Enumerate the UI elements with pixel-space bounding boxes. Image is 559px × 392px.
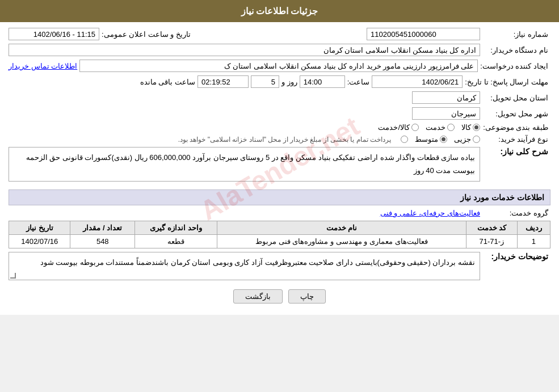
type-radio-group: کالا خدمت کالا/خدمت (378, 123, 480, 132)
process-note: پرداخت تمام یا بخشی از مبلغ خریدار از مح… (178, 136, 391, 144)
row-process: نوع فرآیند خرید: جزیی متوسط پردا (9, 135, 550, 144)
col-header-code: کد خدمت (466, 221, 517, 234)
process-radio-jozee[interactable]: جزیی (454, 135, 480, 144)
back-button[interactable]: بازگشت (233, 289, 283, 304)
process-radio-jozee-label: جزیی (454, 135, 471, 144)
province-label: استان محل تحویل: (482, 94, 550, 102)
print-button[interactable]: چاپ (288, 289, 326, 304)
type-label: طبقه بندی موضوعی: (482, 123, 550, 132)
services-table: ردیف کد خدمت نام خدمت واحد اندازه گیری ت… (9, 221, 550, 248)
row-province: استان محل تحویل: کرمان (9, 91, 550, 104)
buyer-org-label: نام دستگاه خریدار: (482, 46, 550, 54)
deadline-days-field: 5 (251, 75, 279, 88)
services-section-title: اطلاعات خدمات مورد نیاز (9, 189, 550, 205)
row-service-group: گروه خدمت: فعالیت‌های حرفه‌ای، علمی و فن… (9, 209, 550, 217)
announce-label: تاریخ و ساعت اعلان عمومی: (102, 30, 193, 39)
process-radio-motavaset-circle (440, 136, 447, 143)
page-header: جزئیات اطلاعات نیاز (0, 0, 559, 22)
process-radio-group: جزیی متوسط (399, 135, 480, 144)
city-label: شهر محل تحویل: (482, 109, 550, 118)
service-group-value[interactable]: فعالیت‌های حرفه‌ای، علمی و فنی (380, 209, 480, 217)
deadline-date-field: 1402/06/21 (372, 75, 463, 88)
province-field: کرمان (412, 91, 480, 104)
creator-label: ایجاد کننده درخواست: (480, 62, 550, 70)
process-radio-motavaset[interactable]: متوسط (415, 135, 447, 144)
col-header-row: ردیف (517, 221, 550, 234)
cell-qty: 548 (70, 234, 135, 248)
resize-handle (10, 273, 16, 279)
description-label: شرح کلی نیاز: (482, 147, 550, 156)
table-header: ردیف کد خدمت نام خدمت واحد اندازه گیری ت… (9, 221, 550, 234)
cell-name: فعالیت‌های معماری و مهندسی و مشاوره‌های … (217, 234, 466, 248)
row-city: شهر محل تحویل: سیرجان (9, 107, 550, 120)
buyer-comments-label: توضیحات خریدار: (482, 252, 550, 261)
table-row: 1ز-71-71فعالیت‌های معماری و مهندسی و مشا… (9, 234, 550, 248)
cell-code: ز-71-71 (466, 234, 517, 248)
buttons-row: چاپ بازگشت (9, 289, 550, 304)
table-body: 1ز-71-71فعالیت‌های معماری و مهندسی و مشا… (9, 234, 550, 248)
process-radio-other[interactable] (399, 136, 408, 143)
row-creator: ایجاد کننده درخواست: علی فرامرزپور دارزی… (9, 60, 550, 72)
buyer-comments-box: نقشه برداران (حقیقی وحقوقی)بایستی دارای … (9, 252, 480, 280)
row-need-number: شماره نیاز: 1102005451000060 تاریخ و ساع… (9, 28, 550, 40)
type-radio-kala-khedmat-circle (411, 124, 419, 131)
type-radio-kala-label: کالا (461, 123, 471, 132)
row-description: شرح کلی نیاز: بیاده سازی قطعات واگذار شد… (9, 147, 550, 185)
deadline-time-label: ساعت: (347, 78, 370, 86)
type-radio-kala-circle (473, 124, 480, 131)
creator-field: علی فرامرزپور دارزینی مامور خرید اداره ک… (79, 60, 478, 72)
col-header-date: تاریخ نیاز (9, 221, 70, 234)
col-header-unit: واحد اندازه گیری (135, 221, 217, 234)
row-deadline: مهلت ارسال پاسخ: تا تاریخ: 1402/06/21 سا… (9, 75, 550, 88)
deadline-remaining-label: ساعت باقی مانده (140, 78, 195, 86)
process-radio-jozee-circle (473, 136, 480, 143)
page-title: جزئیات اطلاعات نیاز (241, 6, 318, 16)
buyer-org-field: اداره کل بنیاد مسکن انقلاب اسلامی استان … (9, 44, 480, 56)
process-radio-other-circle (401, 136, 408, 143)
row-buyer-comments: توضیحات خریدار: نقشه برداران (حقیقی وحقو… (9, 252, 550, 284)
type-radio-kala[interactable]: کالا (461, 123, 480, 132)
cell-unit: قطعه (135, 234, 217, 248)
col-header-name: نام خدمت (217, 221, 466, 234)
form-content: شماره نیاز: 1102005451000060 تاریخ و ساع… (0, 22, 559, 315)
service-group-label: گروه خدمت: (482, 209, 550, 217)
description-box: بیاده سازی قطعات واگذار شده اراضی تفکیکی… (9, 147, 480, 182)
deadline-remaining-field: 02:19:52 (197, 75, 249, 88)
col-header-qty: تعداد / مقدار (70, 221, 135, 234)
deadline-time-field: 14:00 (300, 75, 345, 88)
cell-date: 1402/07/16 (9, 234, 70, 248)
type-radio-kala-khedmat-label: کالا/خدمت (378, 123, 410, 132)
type-radio-khedmat-circle (447, 124, 455, 131)
city-field: سیرجان (412, 107, 480, 120)
type-radio-khedmat[interactable]: خدمت (426, 123, 455, 132)
contact-link[interactable]: اطلاعات تماس خریدار (9, 62, 77, 70)
need-number-field: 1102005451000060 (367, 28, 480, 40)
deadline-label: مهلت ارسال پاسخ: تا تاریخ: (465, 78, 550, 86)
type-radio-khedmat-label: خدمت (426, 123, 445, 132)
cell-row: 1 (517, 234, 550, 248)
process-radio-motavaset-label: متوسط (415, 135, 438, 144)
announce-datetime-field: 1402/06/16 - 11:15 (9, 28, 99, 40)
need-number-label: شماره نیاز: (482, 30, 550, 39)
row-buyer-org: نام دستگاه خریدار: اداره کل بنیاد مسکن ا… (9, 44, 550, 56)
row-type: طبقه بندی موضوعی: کالا خدمت کالا/خدمت (9, 123, 550, 132)
type-radio-kala-khedmat[interactable]: کالا/خدمت (378, 123, 419, 132)
process-label: نوع فرآیند خرید: (482, 135, 550, 144)
deadline-days-label: روز و (281, 78, 297, 86)
